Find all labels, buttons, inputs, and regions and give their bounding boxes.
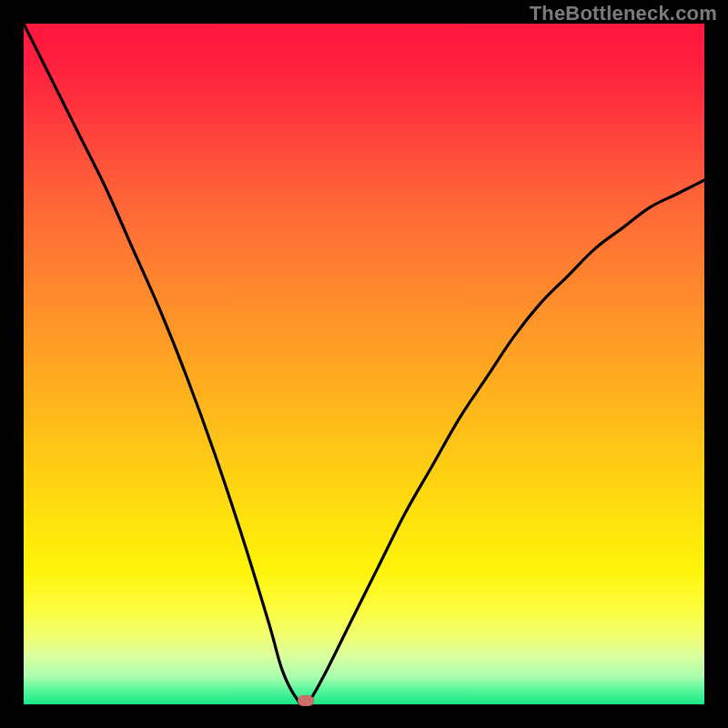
chart-frame: TheBottleneck.com xyxy=(0,0,728,728)
optimum-marker xyxy=(298,695,314,706)
watermark-text: TheBottleneck.com xyxy=(530,2,717,25)
bottleneck-curve xyxy=(24,24,704,704)
plot-area xyxy=(24,24,704,704)
